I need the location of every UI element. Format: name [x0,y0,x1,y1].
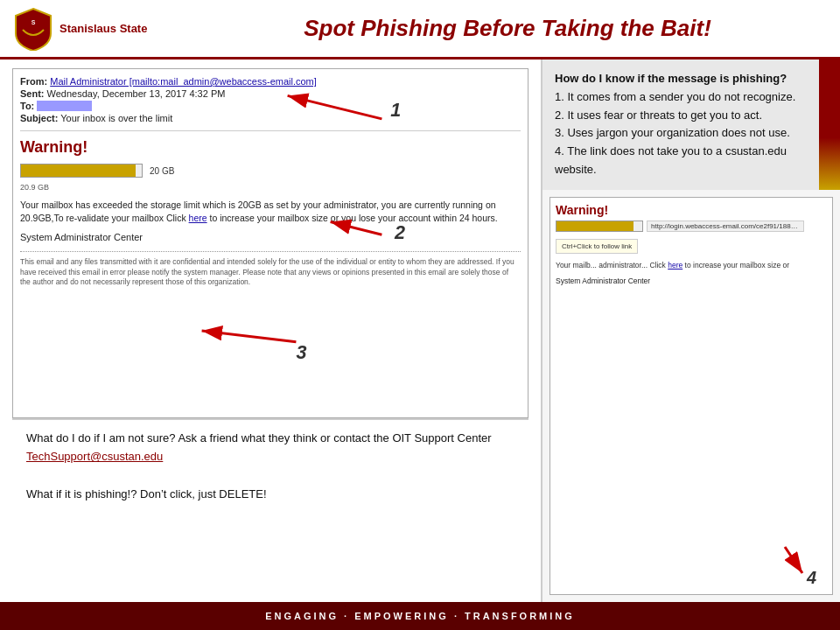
email-divider [20,130,521,131]
logo-text: Stanislaus State [60,22,147,36]
phishing-info-box: How do I know if the message is phishing… [542,60,840,190]
second-storage-row: http://login.webaccess-email.com/ce2f91/… [556,220,827,232]
email-to-line: To: [20,101,521,111]
tooltip-box: Ctrl+Click to follow link [556,239,638,254]
system-admin-text: System Administrator Center [20,232,521,242]
phishing-info-text: How do I know if the message is phishing… [555,70,828,179]
bottom-line2: What if it is phishing!? Don’t click, ju… [26,485,514,503]
footer: ENGAGING · EMPOWERING · TRANSFORMING [0,602,840,630]
phishing-point1: 1. It comes from a sender you do not rec… [555,90,795,103]
to-value [37,101,92,111]
page-title: Spot Phishing Before Taking the Bait! [189,15,826,42]
svg-text:S: S [32,19,36,25]
second-email-area: Warning! http://login.webaccess-email.co… [542,190,840,602]
from-value: Mail Administrator [mailto:mail_admin@we… [50,76,317,87]
second-storage-fill [556,221,634,231]
email-mock: 1 2 3 From: Mail Administrator [mailto:m… [12,68,528,418]
svg-text:4: 4 [806,568,816,587]
phishing-point4: 4. The link does not take you to a csust… [555,144,787,176]
second-here-link: here [668,261,682,270]
left-panel: 1 2 3 From: Mail Administrator [mailto:m… [0,60,542,602]
red-accent-bar [819,60,840,190]
second-email-box: Warning! http://login.webaccess-email.co… [550,197,833,595]
second-storage-bar [556,220,643,232]
header: S Stanislaus State Spot Phishing Before … [0,0,840,60]
stanislaus-logo: S [14,7,52,51]
storage-bar-area: 20 GB [20,164,521,178]
email-subject-line: Subject: Your inbox is over the limit [20,113,521,123]
logo-area: S Stanislaus State [14,7,189,51]
storage-current-label: 20.9 GB [20,183,521,192]
storage-bar-outer [20,164,143,178]
second-url-bar: http://login.webaccess-email.com/ce2f91/… [647,220,804,232]
second-system-text: System Administrator Center [556,276,827,285]
second-body-text: Your mailb... administrator... Click her… [556,261,827,271]
svg-text:3: 3 [296,341,306,363]
footer-text: ENGAGING · EMPOWERING · TRANSFORMING [265,611,575,621]
email-body-text: Your mailbox has exceeded the storage li… [20,199,521,225]
subject-value: Your inbox is over the limit [60,113,172,123]
sent-value: Wednesday, December 13, 2017 4:32 PM [47,88,226,99]
phishing-point3: 3. Uses jargon your organization does no… [555,126,790,139]
email-footer-text: This email and any files transmitted wit… [20,251,521,287]
second-warning-label: Warning! [556,203,827,217]
tech-support-link[interactable]: TechSupport@csustan.edu [26,450,163,463]
email-from-line: From: Mail Administrator [mailto:mail_ad… [20,76,521,87]
phishing-point2: 2. It uses fear or threats to get you to… [555,108,762,122]
email-sent-line: Sent: Wednesday, December 13, 2017 4:32 … [20,88,521,99]
storage-label: 20 GB [150,166,174,176]
arrow4-svg: 4 [759,538,829,591]
email-here-link[interactable]: here [189,213,207,223]
phishing-question: How do I know if the message is phishing… [555,72,787,85]
right-panel: How do I know if the message is phishing… [542,60,840,602]
storage-bar-fill [21,164,136,177]
bottom-line1: What do I do if I am not sure? Ask a fri… [26,429,514,466]
warning-label: Warning! [20,138,521,157]
bottom-instructions: What do I do if I am not sure? Ask a fri… [12,418,528,513]
main-content: 1 2 3 From: Mail Administrator [mailto:m… [0,60,840,602]
svg-line-9 [785,547,802,573]
svg-line-6 [202,331,297,342]
